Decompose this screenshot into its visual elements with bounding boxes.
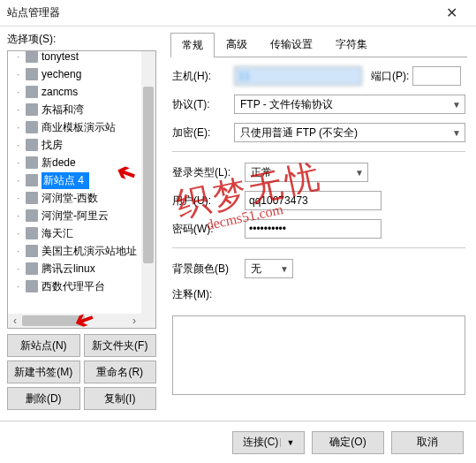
rename-button[interactable]: 重命名(R) [84, 361, 157, 383]
tree-line: · [17, 209, 26, 222]
tree-item[interactable]: ·河润堂-西数 [8, 189, 141, 207]
tree-item[interactable]: ·东福和湾 [8, 101, 141, 118]
scroll-thumb[interactable] [143, 87, 154, 263]
logintype-value: 正常 [251, 165, 350, 180]
tree-item-label: 找房 [42, 138, 63, 153]
server-icon [26, 156, 38, 169]
tree-line: · [17, 121, 26, 133]
window-title: 站点管理器 [7, 5, 434, 20]
encryption-value: 只使用普通 FTP (不安全) [240, 125, 447, 140]
tree-item-label: 商业模板演示站 [42, 120, 116, 135]
tree-line: · [17, 86, 26, 98]
right-panel: 常规 高级 传输设置 字符集 主机(H): 端口(P): 协议(T): FTP … [163, 27, 476, 410]
tab-bar: 常规 高级 传输设置 字符集 [170, 32, 467, 57]
hscroll-thumb[interactable] [22, 315, 85, 326]
protocol-select[interactable]: FTP - 文件传输协议 ▼ [234, 95, 465, 114]
tree-line: · [17, 68, 26, 80]
chevron-down-icon: ▼ [452, 100, 461, 110]
tree-item-label: 海天汇 [42, 226, 73, 241]
tree-item[interactable]: ·西数代理平台 [8, 277, 141, 295]
tree-item-label: 河润堂-西数 [42, 191, 98, 206]
server-icon [26, 209, 38, 222]
site-tree[interactable]: ·tonytest·yecheng·zancms·东福和湾·商业模板演示站·找房… [7, 50, 156, 329]
tree-line: · [17, 280, 26, 292]
tree-item-label: 东福和湾 [42, 102, 84, 118]
chevron-down-icon: ▼ [280, 264, 289, 274]
protocol-label: 协议(T): [172, 97, 234, 112]
bgcolor-value: 无 [251, 262, 275, 277]
connect-button[interactable]: 连接(C) ▼ [232, 431, 305, 454]
bgcolor-select[interactable]: 无 ▼ [245, 259, 293, 278]
tree-item[interactable]: ·新dede [8, 154, 141, 171]
encryption-select[interactable]: 只使用普通 FTP (不安全) ▼ [234, 123, 465, 142]
notes-textarea[interactable] [172, 315, 465, 395]
scroll-right-icon[interactable]: › [127, 315, 141, 327]
server-icon [26, 103, 38, 116]
tree-item-label: 腾讯云linux [42, 262, 95, 277]
tree-item[interactable]: ·河润堂-阿里云 [8, 207, 141, 224]
server-icon [26, 50, 38, 63]
new-folder-button[interactable]: 新文件夹(F) [84, 334, 157, 357]
user-label: 用户(U): [172, 194, 245, 209]
titlebar: 站点管理器 ✕ [0, 0, 476, 27]
vertical-scrollbar[interactable] [141, 51, 155, 314]
logintype-label: 登录类型(L): [172, 165, 245, 180]
tab-transfer[interactable]: 传输设置 [259, 32, 324, 57]
logintype-select[interactable]: 正常 ▼ [245, 163, 368, 182]
horizontal-scrollbar[interactable]: ‹ › [8, 314, 141, 328]
tree-item[interactable]: ·yecheng [8, 65, 141, 83]
tree-line: · [17, 50, 26, 63]
tree-item-label: 新dede [42, 156, 76, 171]
tree-item-label: zancms [42, 86, 78, 98]
chevron-down-icon: ▼ [355, 168, 364, 178]
dropdown-icon[interactable]: ▼ [280, 438, 294, 447]
password-label: 密码(W): [172, 222, 245, 237]
server-icon [26, 192, 38, 204]
tab-advanced[interactable]: 高级 [215, 32, 259, 57]
tree-item[interactable]: ·新站点 4 [8, 171, 141, 189]
tree-item-label: yecheng [42, 68, 81, 80]
divider [172, 247, 465, 248]
site-buttons: 新站点(N) 新文件夹(F) 新建书签(M) 重命名(R) 删除(D) 复制(I… [7, 334, 156, 410]
tree-item[interactable]: ·tonytest [8, 50, 141, 65]
server-icon [26, 245, 38, 257]
tree-item[interactable]: ·zancms [8, 83, 141, 101]
ok-button[interactable]: 确定(O) [312, 431, 384, 454]
encryption-label: 加密(E): [172, 125, 234, 140]
tree-line: · [17, 156, 26, 169]
tree-item[interactable]: ·找房 [8, 136, 141, 154]
tree-line: · [17, 103, 26, 116]
tree-item-label: 西数代理平台 [42, 279, 105, 294]
left-panel: 选择项(S): ·tonytest·yecheng·zancms·东福和湾·商业… [0, 27, 163, 410]
general-form: 主机(H): 端口(P): 协议(T): FTP - 文件传输协议 ▼ 加密(E… [170, 57, 467, 398]
chevron-down-icon: ▼ [452, 128, 461, 138]
close-icon[interactable]: ✕ [434, 4, 469, 21]
user-input[interactable] [245, 191, 382, 210]
port-input[interactable] [412, 66, 461, 86]
new-bookmark-button[interactable]: 新建书签(M) [7, 361, 80, 383]
server-icon [26, 139, 38, 151]
divider [172, 151, 465, 152]
password-input[interactable] [245, 219, 382, 239]
tree-item[interactable]: ·海天汇 [8, 224, 141, 242]
server-icon [26, 280, 38, 292]
scroll-left-icon[interactable]: ‹ [8, 315, 22, 327]
tree-item[interactable]: ·腾讯云linux [8, 260, 141, 277]
tab-general[interactable]: 常规 [170, 33, 215, 57]
new-site-button[interactable]: 新站点(N) [7, 334, 80, 357]
delete-button[interactable]: 删除(D) [7, 387, 80, 410]
tree-item-label: 新站点 4 [42, 172, 89, 189]
select-label: 选择项(S): [7, 32, 156, 47]
cancel-button[interactable]: 取消 [391, 431, 464, 454]
tree-line: · [17, 139, 26, 151]
tree-item-label: tonytest [42, 50, 79, 63]
dialog-footer: 连接(C) ▼ 确定(O) 取消 [0, 421, 476, 463]
tree-item[interactable]: ·美国主机演示站地址 [8, 242, 141, 260]
server-icon [26, 121, 38, 133]
copy-button[interactable]: 复制(I) [84, 387, 157, 410]
tab-charset[interactable]: 字符集 [324, 32, 379, 57]
server-icon [26, 68, 38, 80]
host-label: 主机(H): [172, 69, 234, 84]
host-input[interactable] [234, 66, 362, 86]
tree-item[interactable]: ·商业模板演示站 [8, 118, 141, 136]
